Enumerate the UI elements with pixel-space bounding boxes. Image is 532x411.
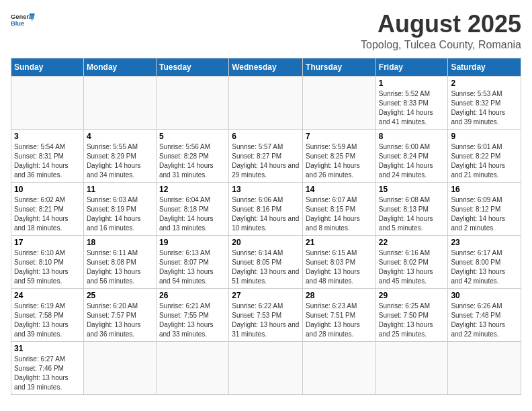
calendar-cell: 13Sunrise: 6:06 AM Sunset: 8:16 PM Dayli… xyxy=(229,182,303,235)
day-number: 14 xyxy=(306,185,373,194)
day-info: Sunrise: 6:03 AM Sunset: 8:19 PM Dayligh… xyxy=(87,195,153,233)
day-number: 7 xyxy=(306,132,373,141)
calendar-table: SundayMondayTuesdayWednesdayThursdayFrid… xyxy=(11,58,521,395)
calendar-week-row: 1Sunrise: 5:52 AM Sunset: 8:33 PM Daylig… xyxy=(11,76,521,129)
calendar-week-row: 17Sunrise: 6:10 AM Sunset: 8:10 PM Dayli… xyxy=(11,235,521,288)
day-info: Sunrise: 5:55 AM Sunset: 8:29 PM Dayligh… xyxy=(87,142,153,180)
day-number: 25 xyxy=(87,291,153,300)
day-info: Sunrise: 6:21 AM Sunset: 7:55 PM Dayligh… xyxy=(159,302,226,339)
calendar-cell: 28Sunrise: 6:23 AM Sunset: 7:51 PM Dayli… xyxy=(303,288,376,341)
day-info: Sunrise: 6:13 AM Sunset: 8:07 PM Dayligh… xyxy=(159,248,226,286)
calendar-dow-monday: Monday xyxy=(83,58,156,76)
day-info: Sunrise: 6:08 AM Sunset: 8:13 PM Dayligh… xyxy=(379,195,445,233)
calendar-week-row: 31Sunrise: 6:27 AM Sunset: 7:46 PM Dayli… xyxy=(11,341,521,394)
calendar-cell: 5Sunrise: 5:56 AM Sunset: 8:28 PM Daylig… xyxy=(156,129,228,182)
calendar-header-row: SundayMondayTuesdayWednesdayThursdayFrid… xyxy=(11,58,521,76)
calendar-cell: 16Sunrise: 6:09 AM Sunset: 8:12 PM Dayli… xyxy=(448,182,521,235)
day-number: 22 xyxy=(379,238,445,247)
day-info: Sunrise: 5:56 AM Sunset: 8:28 PM Dayligh… xyxy=(159,142,226,180)
calendar-dow-sunday: Sunday xyxy=(11,58,84,76)
calendar-cell: 9Sunrise: 6:01 AM Sunset: 8:22 PM Daylig… xyxy=(448,129,521,182)
day-info: Sunrise: 6:10 AM Sunset: 8:10 PM Dayligh… xyxy=(14,248,81,286)
day-number: 30 xyxy=(451,291,518,300)
calendar-cell: 29Sunrise: 6:25 AM Sunset: 7:50 PM Dayli… xyxy=(375,288,448,341)
calendar-dow-saturday: Saturday xyxy=(448,58,521,76)
day-info: Sunrise: 6:07 AM Sunset: 8:15 PM Dayligh… xyxy=(306,195,373,233)
calendar-dow-friday: Friday xyxy=(375,58,448,76)
calendar-cell xyxy=(83,341,156,394)
calendar-cell: 2Sunrise: 5:53 AM Sunset: 8:32 PM Daylig… xyxy=(448,76,521,129)
day-number: 29 xyxy=(379,291,445,300)
day-info: Sunrise: 6:19 AM Sunset: 7:58 PM Dayligh… xyxy=(14,302,81,339)
day-number: 2 xyxy=(451,79,518,88)
calendar-cell: 18Sunrise: 6:11 AM Sunset: 8:08 PM Dayli… xyxy=(83,235,156,288)
calendar-week-row: 10Sunrise: 6:02 AM Sunset: 8:21 PM Dayli… xyxy=(11,182,521,235)
day-number: 15 xyxy=(379,185,445,194)
svg-text:Blue: Blue xyxy=(11,20,24,27)
calendar-cell xyxy=(229,76,303,129)
calendar-cell: 25Sunrise: 6:20 AM Sunset: 7:57 PM Dayli… xyxy=(83,288,156,341)
day-info: Sunrise: 6:16 AM Sunset: 8:02 PM Dayligh… xyxy=(379,248,445,286)
main-title: August 2025 xyxy=(361,11,521,38)
day-number: 10 xyxy=(14,185,81,194)
day-info: Sunrise: 6:00 AM Sunset: 8:24 PM Dayligh… xyxy=(379,142,445,180)
day-number: 31 xyxy=(14,344,81,353)
calendar-cell: 31Sunrise: 6:27 AM Sunset: 7:46 PM Dayli… xyxy=(11,341,84,394)
calendar-cell: 27Sunrise: 6:22 AM Sunset: 7:53 PM Dayli… xyxy=(229,288,303,341)
calendar-cell xyxy=(375,341,448,394)
day-info: Sunrise: 6:01 AM Sunset: 8:22 PM Dayligh… xyxy=(451,142,518,180)
calendar-cell: 23Sunrise: 6:17 AM Sunset: 8:00 PM Dayli… xyxy=(448,235,521,288)
calendar-cell: 14Sunrise: 6:07 AM Sunset: 8:15 PM Dayli… xyxy=(303,182,376,235)
day-info: Sunrise: 5:59 AM Sunset: 8:25 PM Dayligh… xyxy=(306,142,373,180)
day-number: 23 xyxy=(451,238,518,247)
calendar-cell: 3Sunrise: 5:54 AM Sunset: 8:31 PM Daylig… xyxy=(11,129,84,182)
day-info: Sunrise: 6:27 AM Sunset: 7:46 PM Dayligh… xyxy=(14,355,81,392)
day-number: 21 xyxy=(306,238,373,247)
calendar-cell: 20Sunrise: 6:14 AM Sunset: 8:05 PM Dayli… xyxy=(229,235,303,288)
title-block: August 2025 Topolog, Tulcea County, Roma… xyxy=(361,11,521,51)
calendar-cell xyxy=(229,341,303,394)
day-info: Sunrise: 6:06 AM Sunset: 8:16 PM Dayligh… xyxy=(232,195,300,233)
day-info: Sunrise: 6:14 AM Sunset: 8:05 PM Dayligh… xyxy=(232,248,300,286)
calendar-dow-wednesday: Wednesday xyxy=(229,58,303,76)
day-number: 24 xyxy=(14,291,81,300)
day-info: Sunrise: 6:09 AM Sunset: 8:12 PM Dayligh… xyxy=(451,195,518,233)
day-info: Sunrise: 6:17 AM Sunset: 8:00 PM Dayligh… xyxy=(451,248,518,286)
day-number: 13 xyxy=(232,185,300,194)
day-number: 18 xyxy=(87,238,153,247)
calendar-cell: 7Sunrise: 5:59 AM Sunset: 8:25 PM Daylig… xyxy=(303,129,376,182)
calendar-dow-thursday: Thursday xyxy=(303,58,376,76)
day-number: 12 xyxy=(159,185,226,194)
day-info: Sunrise: 5:53 AM Sunset: 8:32 PM Dayligh… xyxy=(451,89,518,127)
day-number: 3 xyxy=(14,132,81,141)
calendar-cell: 21Sunrise: 6:15 AM Sunset: 8:03 PM Dayli… xyxy=(303,235,376,288)
calendar-cell: 22Sunrise: 6:16 AM Sunset: 8:02 PM Dayli… xyxy=(375,235,448,288)
calendar-cell xyxy=(83,76,156,129)
calendar-cell xyxy=(156,341,228,394)
day-number: 6 xyxy=(232,132,300,141)
day-info: Sunrise: 6:11 AM Sunset: 8:08 PM Dayligh… xyxy=(87,248,153,286)
calendar-cell xyxy=(303,341,376,394)
day-number: 16 xyxy=(451,185,518,194)
day-info: Sunrise: 6:20 AM Sunset: 7:57 PM Dayligh… xyxy=(87,302,153,339)
day-info: Sunrise: 5:54 AM Sunset: 8:31 PM Dayligh… xyxy=(14,142,81,180)
day-number: 8 xyxy=(379,132,445,141)
day-number: 17 xyxy=(14,238,81,247)
calendar-cell xyxy=(156,76,228,129)
calendar-cell: 19Sunrise: 6:13 AM Sunset: 8:07 PM Dayli… xyxy=(156,235,228,288)
calendar-dow-tuesday: Tuesday xyxy=(156,58,228,76)
logo: General Blue xyxy=(11,11,35,31)
calendar-cell xyxy=(448,341,521,394)
calendar-week-row: 24Sunrise: 6:19 AM Sunset: 7:58 PM Dayli… xyxy=(11,288,521,341)
calendar-cell: 10Sunrise: 6:02 AM Sunset: 8:21 PM Dayli… xyxy=(11,182,84,235)
calendar-cell: 6Sunrise: 5:57 AM Sunset: 8:27 PM Daylig… xyxy=(229,129,303,182)
calendar-cell: 4Sunrise: 5:55 AM Sunset: 8:29 PM Daylig… xyxy=(83,129,156,182)
calendar-cell: 12Sunrise: 6:04 AM Sunset: 8:18 PM Dayli… xyxy=(156,182,228,235)
calendar-cell: 1Sunrise: 5:52 AM Sunset: 8:33 PM Daylig… xyxy=(375,76,448,129)
day-number: 27 xyxy=(232,291,300,300)
calendar-cell: 30Sunrise: 6:26 AM Sunset: 7:48 PM Dayli… xyxy=(448,288,521,341)
calendar-cell: 11Sunrise: 6:03 AM Sunset: 8:19 PM Dayli… xyxy=(83,182,156,235)
day-info: Sunrise: 6:23 AM Sunset: 7:51 PM Dayligh… xyxy=(306,302,373,339)
day-number: 1 xyxy=(379,79,445,88)
day-number: 20 xyxy=(232,238,300,247)
